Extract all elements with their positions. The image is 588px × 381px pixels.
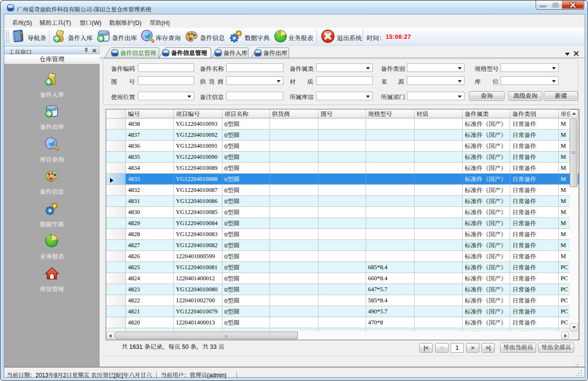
- svg-text:备件入库: 备件入库: [223, 50, 248, 57]
- svg-text:备件出库: 备件出库: [263, 50, 288, 57]
- svg-text:备件信息管理: 备件信息管理: [120, 50, 157, 57]
- svg-text:备件信息管理: 备件信息管理: [171, 50, 208, 57]
